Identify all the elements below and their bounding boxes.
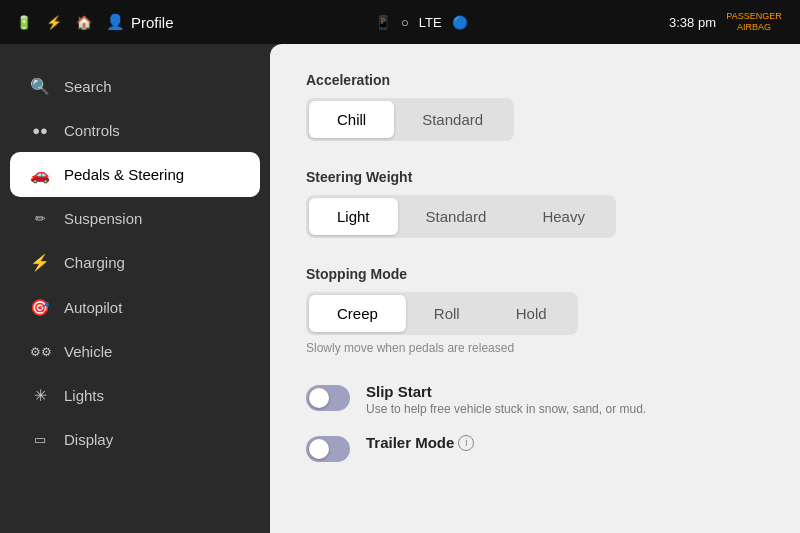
charging-icon: ⚡ <box>30 253 50 272</box>
search-icon: 🔍 <box>30 77 50 96</box>
sidebar-lights-label: Lights <box>64 387 104 404</box>
car-icon: 🚗 <box>30 165 50 184</box>
time-display: 3:38 pm <box>669 15 716 30</box>
acceleration-chill-button[interactable]: Chill <box>309 101 394 138</box>
trailer-mode-info-icon[interactable]: i <box>458 435 474 451</box>
trailer-mode-label: Trailer Mode <box>366 434 454 451</box>
sidebar-item-display[interactable]: ▭ Display <box>0 418 270 461</box>
sidebar-item-search[interactable]: 🔍 Search <box>0 64 270 109</box>
stopping-roll-button[interactable]: Roll <box>406 295 488 332</box>
steering-weight-title: Steering Weight <box>306 169 764 185</box>
sidebar-item-suspension[interactable]: ✏ Suspension <box>0 197 270 240</box>
steering-weight-section: Steering Weight Light Standard Heavy <box>306 169 764 238</box>
status-bar: 🔋 ⚡ 🏠 👤 Profile 📱 ○ LTE 🔵 3:38 pm PASSEN… <box>0 0 800 44</box>
stopping-mode-note: Slowly move when pedals are released <box>306 341 764 355</box>
acceleration-button-group: Chill Standard <box>306 98 514 141</box>
sidebar-vehicle-label: Vehicle <box>64 343 112 360</box>
sidebar-controls-label: Controls <box>64 122 120 139</box>
slip-start-toggle[interactable] <box>306 385 350 411</box>
profile-label: Profile <box>131 14 174 31</box>
trailer-mode-label-row: Trailer Mode i <box>366 434 474 451</box>
profile-icon: 👤 <box>106 13 125 31</box>
status-left: 🔋 ⚡ 🏠 👤 Profile <box>16 13 174 31</box>
trailer-mode-info: Trailer Mode i <box>366 434 474 451</box>
slip-start-toggle-row: Slip Start Use to help free vehicle stuc… <box>306 383 764 416</box>
acceleration-standard-button[interactable]: Standard <box>394 101 511 138</box>
home-icon: 🏠 <box>76 15 92 30</box>
trailer-mode-toggle[interactable] <box>306 436 350 462</box>
stopping-mode-section: Stopping Mode Creep Roll Hold Slowly mov… <box>306 266 764 355</box>
lights-icon: ✳ <box>30 386 50 405</box>
sidebar-pedals-label: Pedals & Steering <box>64 166 184 183</box>
display-icon: ▭ <box>30 432 50 447</box>
status-right: 3:38 pm PASSENGER AIRBAG <box>669 11 784 33</box>
profile-button[interactable]: 👤 Profile <box>106 13 174 31</box>
sidebar-item-lights[interactable]: ✳ Lights <box>0 373 270 418</box>
battery-icon: 🔋 <box>16 15 32 30</box>
content-panel: Acceleration Chill Standard Steering Wei… <box>270 44 800 533</box>
signal-label: LTE <box>419 15 442 30</box>
suspension-icon: ✏ <box>30 211 50 226</box>
steering-weight-button-group: Light Standard Heavy <box>306 195 616 238</box>
sidebar-suspension-label: Suspension <box>64 210 142 227</box>
slip-start-description: Use to help free vehicle stuck in snow, … <box>366 402 646 416</box>
vehicle-icon: ⚙⚙ <box>30 345 50 359</box>
acceleration-section: Acceleration Chill Standard <box>306 72 764 141</box>
main-content: 🔍 Search ●● Controls 🚗 Pedals & Steering… <box>0 44 800 533</box>
sidebar-display-label: Display <box>64 431 113 448</box>
sidebar-item-controls[interactable]: ●● Controls <box>0 109 270 152</box>
stopping-mode-title: Stopping Mode <box>306 266 764 282</box>
passenger-airbag-label: PASSENGER AIRBAG <box>724 11 784 33</box>
sidebar: 🔍 Search ●● Controls 🚗 Pedals & Steering… <box>0 44 270 533</box>
acceleration-title: Acceleration <box>306 72 764 88</box>
steering-heavy-button[interactable]: Heavy <box>514 198 613 235</box>
sidebar-autopilot-label: Autopilot <box>64 299 122 316</box>
autopilot-icon: 🎯 <box>30 298 50 317</box>
sidebar-item-charging[interactable]: ⚡ Charging <box>0 240 270 285</box>
sidebar-item-pedals[interactable]: 🚗 Pedals & Steering <box>10 152 260 197</box>
steering-light-button[interactable]: Light <box>309 198 398 235</box>
sidebar-item-autopilot[interactable]: 🎯 Autopilot <box>0 285 270 330</box>
slip-start-label: Slip Start <box>366 383 646 400</box>
stopping-mode-button-group: Creep Roll Hold <box>306 292 578 335</box>
sidebar-charging-label: Charging <box>64 254 125 271</box>
steering-standard-button[interactable]: Standard <box>398 198 515 235</box>
lightning-icon: ⚡ <box>46 15 62 30</box>
stopping-hold-button[interactable]: Hold <box>488 295 575 332</box>
status-center: 📱 ○ LTE 🔵 <box>375 15 468 30</box>
trailer-mode-toggle-row: Trailer Mode i <box>306 434 764 462</box>
bluetooth-icon: 🔵 <box>452 15 468 30</box>
sidebar-search-label: Search <box>64 78 112 95</box>
circle-icon: ○ <box>401 15 409 30</box>
phone-icon: 📱 <box>375 15 391 30</box>
sidebar-item-vehicle[interactable]: ⚙⚙ Vehicle <box>0 330 270 373</box>
slip-start-info: Slip Start Use to help free vehicle stuc… <box>366 383 646 416</box>
controls-icon: ●● <box>30 123 50 138</box>
stopping-creep-button[interactable]: Creep <box>309 295 406 332</box>
